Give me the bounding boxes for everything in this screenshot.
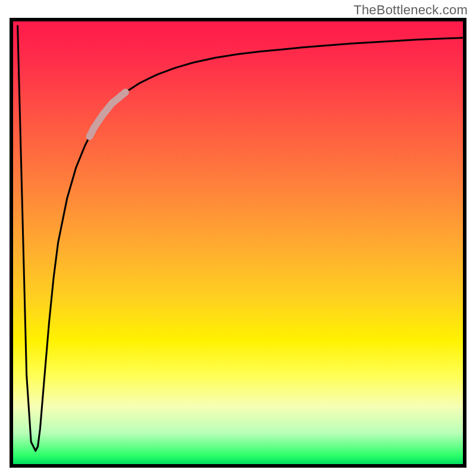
curve-layer xyxy=(13,21,463,464)
attribution-text: TheBottleneck.com xyxy=(353,2,468,18)
highlight-segment xyxy=(90,92,126,136)
plot-frame xyxy=(10,18,466,468)
curve-path xyxy=(18,26,463,450)
chart-container: { "attribution": "TheBottleneck.com", "c… xyxy=(0,0,476,476)
